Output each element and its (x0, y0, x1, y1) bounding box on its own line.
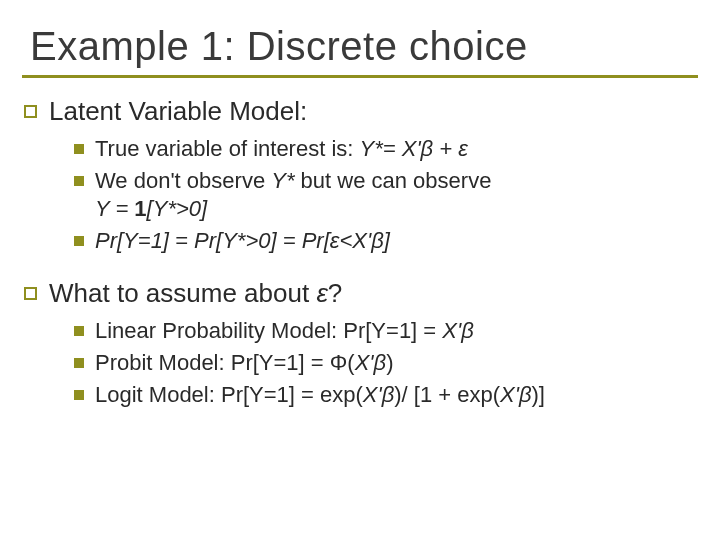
slide-content: Latent Variable Model: True variable of … (22, 92, 698, 409)
title-wrap: Example 1: Discrete choice (22, 24, 698, 78)
section-heading-row: Latent Variable Model: (24, 96, 692, 127)
text-tail: )] (532, 382, 545, 407)
list-item: Logit Model: Pr[Y=1] = exp(X'β)/ [1 + ex… (74, 381, 692, 409)
math-expr: [Y*>0] (147, 196, 208, 221)
math-var: Y = (95, 196, 134, 221)
bullet-list: Linear Probability Model: Pr[Y=1] = X'β … (74, 317, 692, 409)
text-prefix: We don't observe (95, 168, 271, 193)
math-expr: Pr[Y=1] = Pr[Y*>0] = Pr[ε<X'β] (95, 228, 390, 253)
section-assume-epsilon: What to assume about ε? Linear Probabili… (24, 278, 692, 409)
list-item-text: Probit Model: Pr[Y=1] = Φ(X'β) (95, 349, 393, 377)
square-fill-icon (74, 326, 84, 336)
list-item: Probit Model: Pr[Y=1] = Φ(X'β) (74, 349, 692, 377)
text-mid: )/ [1 + exp( (394, 382, 500, 407)
text-tail: ) (386, 350, 393, 375)
text-prefix: True variable of interest is: (95, 136, 360, 161)
list-item-text: Pr[Y=1] = Pr[Y*>0] = Pr[ε<X'β] (95, 227, 390, 255)
list-item: Linear Probability Model: Pr[Y=1] = X'β (74, 317, 692, 345)
text-tail: but we can observe (294, 168, 491, 193)
square-fill-icon (74, 390, 84, 400)
list-item: True variable of interest is: Y*= X'β + … (74, 135, 692, 163)
model-label: Linear Probability Model: Pr[Y=1] = (95, 318, 442, 343)
list-item-text: True variable of interest is: Y*= X'β + … (95, 135, 468, 163)
section-heading: What to assume about ε? (49, 278, 342, 309)
model-label: Logit Model: Pr[Y=1] = exp( (95, 382, 363, 407)
model-label: Probit Model: Pr[Y=1] = Φ( (95, 350, 355, 375)
math-expr: X'β (363, 382, 394, 407)
bullet-list: True variable of interest is: Y*= X'β + … (74, 135, 692, 256)
math-expr: Y* (271, 168, 294, 193)
list-item-text: Logit Model: Pr[Y=1] = exp(X'β)/ [1 + ex… (95, 381, 545, 409)
list-item-text: We don't observe Y* but we can observe Y… (95, 167, 491, 223)
math-expr: X'β (442, 318, 473, 343)
square-fill-icon (74, 144, 84, 154)
square-open-icon (24, 287, 37, 300)
section-heading-row: What to assume about ε? (24, 278, 692, 309)
square-fill-icon (74, 176, 84, 186)
bold-one: 1 (134, 196, 146, 221)
square-fill-icon (74, 358, 84, 368)
math-expr: X'β (355, 350, 386, 375)
heading-suffix: ? (328, 278, 342, 308)
section-latent-variable: Latent Variable Model: True variable of … (24, 96, 692, 256)
list-item: We don't observe Y* but we can observe Y… (74, 167, 692, 223)
heading-prefix: What to assume about (49, 278, 316, 308)
slide-title: Example 1: Discrete choice (30, 24, 698, 69)
math-expr: X'β (500, 382, 531, 407)
section-heading: Latent Variable Model: (49, 96, 307, 127)
square-open-icon (24, 105, 37, 118)
continuation-line: Y = 1[Y*>0] (95, 195, 491, 223)
slide: Example 1: Discrete choice Latent Variab… (0, 0, 720, 540)
square-fill-icon (74, 236, 84, 246)
math-expr: Y*= X'β + ε (360, 136, 468, 161)
list-item-text: Linear Probability Model: Pr[Y=1] = X'β (95, 317, 474, 345)
list-item: Pr[Y=1] = Pr[Y*>0] = Pr[ε<X'β] (74, 227, 692, 255)
math-var: ε (316, 278, 327, 308)
